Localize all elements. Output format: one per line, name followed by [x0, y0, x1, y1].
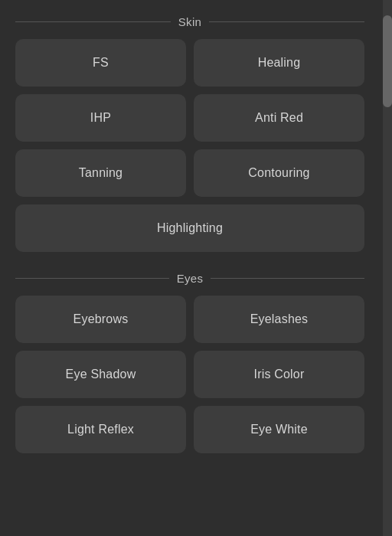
eyes-section-title: Eyes [177, 272, 204, 285]
skin-section: Skin FS Healing IHP Anti Red Tanning Con… [15, 15, 364, 252]
eyes-header-line-left [15, 278, 169, 279]
eyes-section-header: Eyes [15, 272, 364, 285]
eyebrows-button[interactable]: Eyebrows [15, 296, 186, 343]
eyes-buttons-row1: Eyebrows Eyelashes [15, 296, 364, 343]
skin-section-header: Skin [15, 15, 364, 28]
fs-button[interactable]: FS [15, 39, 186, 87]
eyes-header-line-right [211, 278, 364, 279]
eye-shadow-button[interactable]: Eye Shadow [15, 351, 186, 398]
light-reflex-button[interactable]: Light Reflex [15, 406, 186, 453]
scrollbar[interactable] [383, 0, 392, 536]
skin-header-line-right [209, 21, 364, 22]
main-content[interactable]: Skin FS Healing IHP Anti Red Tanning Con… [0, 0, 377, 536]
eye-white-button[interactable]: Eye White [194, 406, 364, 453]
section-gap [15, 260, 364, 272]
anti-red-button[interactable]: Anti Red [194, 94, 364, 142]
skin-header-line-left [15, 21, 171, 22]
skin-section-title: Skin [178, 15, 201, 28]
skin-buttons-row1: FS Healing [15, 39, 364, 87]
eyelashes-button[interactable]: Eyelashes [194, 296, 364, 343]
ihp-button[interactable]: IHP [15, 94, 186, 142]
highlighting-button[interactable]: Highlighting [15, 204, 364, 252]
scrollbar-thumb[interactable] [383, 15, 392, 107]
tanning-button[interactable]: Tanning [15, 149, 186, 197]
eyes-buttons-row3: Light Reflex Eye White [15, 406, 364, 453]
skin-buttons-row4: Highlighting [15, 204, 364, 252]
contouring-button[interactable]: Contouring [194, 149, 364, 197]
healing-button[interactable]: Healing [194, 39, 364, 87]
skin-buttons-row2: IHP Anti Red [15, 94, 364, 142]
eyes-section: Eyes Eyebrows Eyelashes Eye Shadow Iris … [15, 272, 364, 453]
eyes-buttons-row2: Eye Shadow Iris Color [15, 351, 364, 398]
iris-color-button[interactable]: Iris Color [194, 351, 364, 398]
skin-buttons-row3: Tanning Contouring [15, 149, 364, 197]
